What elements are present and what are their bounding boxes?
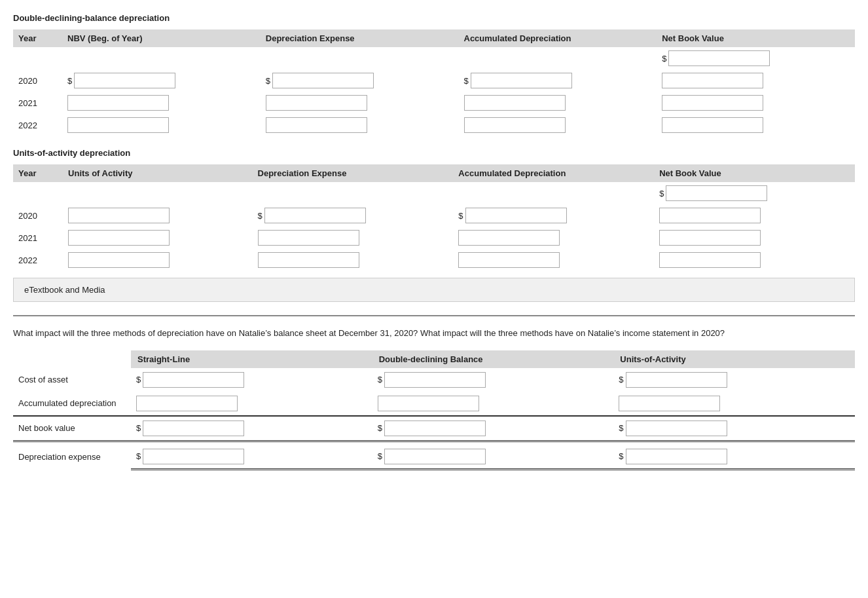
- impact-col-sl: Straight-Line: [131, 350, 372, 368]
- dollar-sign: $: [266, 76, 270, 86]
- nbv-ddb-input[interactable]: [384, 420, 486, 436]
- ua-dep-exp-2022-input[interactable]: [258, 252, 359, 268]
- year-label: 2021: [18, 98, 37, 108]
- ua-net-bv-2020-input[interactable]: [659, 208, 761, 223]
- dep-exp-sl-input[interactable]: [143, 449, 244, 464]
- impact-table: Straight-Line Double-declining Balance U…: [13, 350, 855, 470]
- dep-exp-ddb-input[interactable]: [384, 449, 486, 464]
- acc-dep-ddb-input[interactable]: [378, 396, 479, 411]
- initial-nbv-input[interactable]: [668, 50, 770, 66]
- acc-dep-sl-input[interactable]: [136, 396, 238, 411]
- net-book-value-label: Net book value: [13, 416, 131, 441]
- year-label: 2020: [18, 76, 37, 86]
- dollar-sign: $: [378, 375, 382, 384]
- dollar-sign: $: [464, 76, 469, 86]
- nbv-sl-input[interactable]: [143, 420, 244, 436]
- impact-nbv-row: Net book value $ $ $: [13, 416, 855, 441]
- net-bv-2021-input[interactable]: [662, 95, 763, 111]
- table-row: 2021: [13, 92, 855, 114]
- dep-exp-2020-input[interactable]: [272, 73, 374, 88]
- ua-units-2022-input[interactable]: [68, 252, 170, 268]
- col-dep-exp-1: Depreciation Expense: [261, 29, 459, 47]
- col-units-2: Units of Activity: [63, 164, 252, 182]
- nbv-2022-input[interactable]: [67, 117, 169, 133]
- impact-col-label: [13, 350, 131, 368]
- ua-units-2021-input[interactable]: [68, 230, 170, 246]
- nbv-ua-input[interactable]: [626, 420, 727, 436]
- dollar-sign: $: [619, 423, 623, 433]
- nbv-2020-input[interactable]: [74, 73, 175, 88]
- units-activity-table: Year Units of Activity Depreciation Expe…: [13, 164, 855, 271]
- etextbook-label: eTextbook and Media: [24, 285, 105, 295]
- impact-dep-exp-row: Depreciation expense $ $ $: [13, 441, 855, 469]
- col-year-1: Year: [13, 29, 62, 47]
- ua-initial-nbv-input[interactable]: [666, 185, 767, 201]
- ua-dep-exp-2021-input[interactable]: [258, 230, 359, 246]
- dollar-sign: $: [662, 54, 666, 64]
- dollar-sign: $: [659, 189, 664, 198]
- dollar-sign: $: [136, 423, 141, 433]
- net-bv-2020-input[interactable]: [662, 73, 763, 88]
- ua-units-2020-input[interactable]: [68, 208, 170, 223]
- double-declining-table: Year NBV (Beg. of Year) Depreciation Exp…: [13, 29, 855, 136]
- year-label: 2022: [18, 121, 37, 130]
- table-row: $: [13, 47, 855, 69]
- year-label: 2022: [18, 255, 37, 265]
- acc-dep-2022-input[interactable]: [464, 117, 566, 133]
- cost-ua-input[interactable]: [626, 372, 727, 388]
- ua-acc-dep-2021-input[interactable]: [458, 230, 560, 246]
- section1-title: Double-declining-balance depreciation: [13, 13, 855, 23]
- dollar-sign: $: [458, 211, 463, 221]
- ua-net-bv-2022-input[interactable]: [659, 252, 761, 268]
- dollar-sign: $: [136, 451, 141, 461]
- impact-col-ddb: Double-declining Balance: [372, 350, 614, 368]
- year-label: 2021: [18, 233, 37, 243]
- impact-col-ua: Units-of-Activity: [613, 350, 855, 368]
- col-acc-dep-1: Accumulated Depreciation: [459, 29, 657, 47]
- col-net-bv-2: Net Book Value: [654, 164, 855, 182]
- dollar-sign: $: [67, 76, 72, 86]
- table-row: 2021: [13, 227, 855, 249]
- question-text: What impact will the three methods of de…: [13, 327, 855, 340]
- col-net-bv-1: Net Book Value: [657, 29, 855, 47]
- cost-sl-input[interactable]: [143, 372, 244, 388]
- ua-dep-exp-2020-input[interactable]: [264, 208, 366, 223]
- acc-dep-2020-input[interactable]: [471, 73, 572, 88]
- section-divider: [13, 315, 855, 316]
- nbv-2021-input[interactable]: [67, 95, 169, 111]
- dep-exp-ua-input[interactable]: [626, 449, 727, 464]
- acc-dep-2021-input[interactable]: [464, 95, 566, 111]
- dollar-sign: $: [258, 211, 262, 221]
- ua-acc-dep-2022-input[interactable]: [458, 252, 560, 268]
- acc-dep-ua-input[interactable]: [619, 396, 720, 411]
- dollar-sign: $: [378, 451, 382, 461]
- dollar-sign: $: [378, 423, 382, 433]
- ua-acc-dep-2020-input[interactable]: [465, 208, 567, 223]
- dollar-sign: $: [136, 375, 141, 384]
- col-acc-dep-2: Accumulated Depreciation: [453, 164, 654, 182]
- impact-cost-row: Cost of asset $ $ $: [13, 368, 855, 392]
- cost-asset-label: Cost of asset: [13, 368, 131, 392]
- cost-ddb-input[interactable]: [384, 372, 486, 388]
- acc-dep-label: Accumulated depreciation: [13, 392, 131, 416]
- table-row: 2022: [13, 249, 855, 271]
- dep-exp-2022-input[interactable]: [266, 117, 367, 133]
- dep-exp-2021-input[interactable]: [266, 95, 367, 111]
- col-nbv-1: NBV (Beg. of Year): [62, 29, 261, 47]
- section2-title: Units-of-activity depreciation: [13, 148, 855, 158]
- table-row: $: [13, 182, 855, 204]
- dep-exp-label: Depreciation expense: [13, 441, 131, 469]
- ua-net-bv-2021-input[interactable]: [659, 230, 761, 246]
- dollar-sign: $: [619, 451, 623, 461]
- year-label: 2020: [18, 211, 37, 221]
- etextbook-bar: eTextbook and Media: [13, 278, 855, 302]
- impact-acc-dep-row: Accumulated depreciation: [13, 392, 855, 416]
- table-row: 2020 $ $ $: [13, 69, 855, 92]
- col-year-2: Year: [13, 164, 63, 182]
- net-bv-2022-input[interactable]: [662, 117, 763, 133]
- table-row: 2022: [13, 114, 855, 136]
- table-row: 2020 $ $: [13, 204, 855, 227]
- col-dep-exp-2: Depreciation Expense: [253, 164, 454, 182]
- dollar-sign: $: [619, 375, 623, 384]
